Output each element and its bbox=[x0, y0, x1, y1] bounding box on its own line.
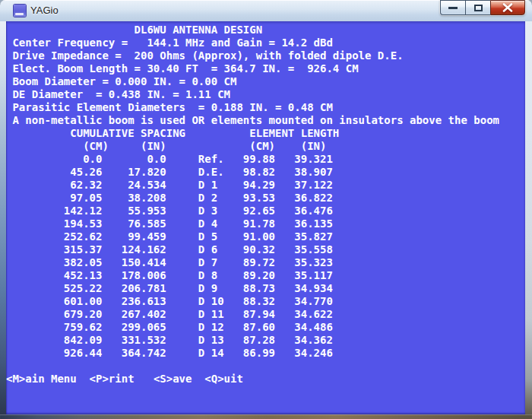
table-row: 315.37 124.162 D 6 90.32 35.558 bbox=[6, 243, 525, 256]
table-row: 926.44 364.742 D 14 86.99 34.246 bbox=[6, 347, 525, 360]
table-row: 45.26 17.820 D.E. 98.82 38.907 bbox=[6, 166, 525, 179]
yagio-app-icon-detail bbox=[15, 13, 24, 15]
minimize-button[interactable] bbox=[440, 0, 465, 15]
table-row: 525.22 206.781 D 9 88.73 34.934 bbox=[6, 282, 525, 295]
table-row: 759.62 299.065 D 12 87.60 34.486 bbox=[6, 321, 525, 334]
menu-item-save[interactable]: <S>ave bbox=[154, 373, 192, 385]
titlebar[interactable]: YAGio bbox=[0, 0, 532, 21]
console-info-line-5: DE Diameter = 0.438 IN. = 1.11 CM bbox=[6, 88, 525, 101]
window-frame-bottom bbox=[0, 414, 532, 419]
maximize-button[interactable] bbox=[465, 0, 490, 15]
app-window: YAGio DL6WU ANTENNA DESIGN Center Freque… bbox=[0, 0, 532, 419]
yagio-app-icon[interactable] bbox=[14, 5, 26, 17]
table-row: 601.00 236.613 D 10 88.32 34.770 bbox=[6, 295, 525, 308]
console-info-line-1: Center Frequency = 144.1 MHz and Gain = … bbox=[6, 37, 525, 49]
window-title: YAGio bbox=[30, 5, 59, 16]
maximize-icon bbox=[474, 5, 483, 11]
table-row: 679.20 267.402 D 11 87.94 34.622 bbox=[6, 308, 525, 321]
table-group-header-line: CUMULATIVE SPACING ELEMENT LENGTH bbox=[6, 127, 525, 140]
window-frame-left bbox=[0, 21, 6, 419]
console-note-line: A non-metallic boom is used OR elements … bbox=[6, 114, 525, 127]
console-info-line-3: Elect. Boom Length = 30.40 FT = 364.7 IN… bbox=[6, 62, 525, 75]
menu-item-print[interactable]: <P>rint bbox=[90, 373, 135, 385]
window-frame-right bbox=[525, 21, 532, 419]
console-info-line-4: Boom Diameter = 0.000 IN. = 0.00 CM bbox=[6, 75, 525, 88]
table-row: 842.09 331.532 D 13 87.28 34.362 bbox=[6, 334, 525, 347]
table-row: 452.13 178.006 D 8 89.20 35.117 bbox=[6, 269, 525, 282]
table-row: 252.62 99.459 D 5 91.00 35.827 bbox=[6, 230, 525, 243]
table-row: 194.53 76.585 D 4 91.78 36.135 bbox=[6, 217, 525, 230]
close-icon bbox=[502, 3, 513, 12]
caption-buttons bbox=[440, 0, 525, 15]
table-row: 62.32 24.534 D 1 94.29 37.122 bbox=[6, 179, 525, 192]
close-button[interactable] bbox=[490, 0, 525, 15]
menu-item-quit[interactable]: <Q>uit bbox=[204, 373, 243, 385]
menu-item-mainmenu[interactable]: <M>ain Menu bbox=[6, 373, 77, 385]
table-row: 0.0 0.0 Ref. 99.88 39.321 bbox=[6, 153, 525, 166]
console-screen[interactable]: DL6WU ANTENNA DESIGN Center Frequency = … bbox=[6, 21, 525, 414]
table-row: 142.12 55.953 D 3 92.65 36.476 bbox=[6, 205, 525, 217]
console-info-line-2: Drive Impedance = 200 Ohms (Approx), wit… bbox=[6, 49, 525, 62]
table-row: 382.05 150.414 D 7 89.72 35.323 bbox=[6, 256, 525, 269]
table-row: 97.05 38.208 D 2 93.53 36.822 bbox=[6, 192, 525, 205]
console-info-line-6: Parasitic Element Diameters = 0.188 IN. … bbox=[6, 101, 525, 114]
console-title-line: DL6WU ANTENNA DESIGN bbox=[6, 24, 525, 37]
minimize-icon bbox=[448, 7, 458, 9]
console-blank-line bbox=[6, 360, 525, 373]
table-unit-header-line: (CM) (IN) (CM) (IN) bbox=[6, 140, 525, 153]
console-menu-line: <M>ain Menu <P>rint <S>ave <Q>uit bbox=[6, 373, 525, 386]
